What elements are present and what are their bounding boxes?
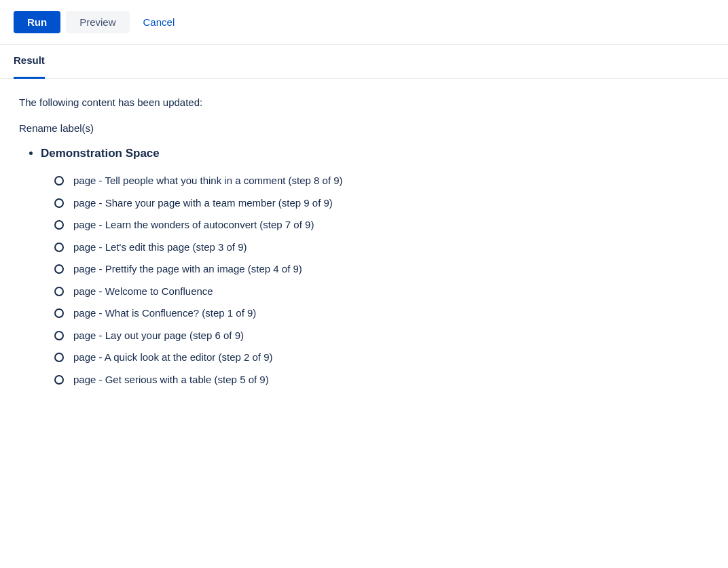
- pages-list: page - Tell people what you think in a c…: [41, 170, 709, 391]
- result-content: The following content has been updated: …: [0, 79, 728, 419]
- space-list-item: Demonstration Spacepage - Tell people wh…: [41, 145, 709, 391]
- cancel-button[interactable]: Cancel: [135, 11, 183, 33]
- list-item: page - Tell people what you think in a c…: [54, 170, 709, 192]
- tabs-bar: Result: [0, 45, 728, 79]
- updated-text: The following content has been updated:: [19, 95, 709, 111]
- rename-label: Rename label(s): [19, 121, 709, 137]
- space-list: Demonstration Spacepage - Tell people wh…: [19, 145, 709, 391]
- list-item: page - Share your page with a team membe…: [54, 192, 709, 215]
- list-item: page - Lay out your page (step 6 of 9): [54, 325, 709, 347]
- tab-result[interactable]: Result: [14, 45, 45, 79]
- list-item: page - What is Confluence? (step 1 of 9): [54, 302, 709, 325]
- list-item: page - A quick look at the editor (step …: [54, 347, 709, 369]
- list-item: page - Get serious with a table (step 5 …: [54, 369, 709, 391]
- run-button[interactable]: Run: [14, 11, 60, 33]
- list-item: page - Learn the wonders of autoconvert …: [54, 214, 709, 236]
- list-item: page - Let's edit this page (step 3 of 9…: [54, 236, 709, 259]
- list-item: page - Prettify the page with an image (…: [54, 258, 709, 281]
- preview-button[interactable]: Preview: [66, 11, 129, 33]
- list-item: page - Welcome to Confluence: [54, 281, 709, 303]
- toolbar: Run Preview Cancel: [0, 0, 728, 45]
